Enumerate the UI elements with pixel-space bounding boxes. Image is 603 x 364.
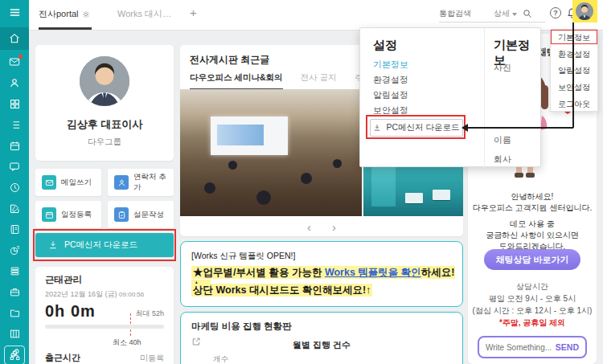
write-mail-label: 메일쓰기: [61, 178, 92, 188]
attendance-elapsed: 0h 0m: [45, 302, 96, 321]
add-schedule-button[interactable]: 일정등록: [35, 201, 101, 228]
avatar-menu-security[interactable]: 보안설정: [551, 80, 597, 96]
settings-popup: 설정 기본정보 환경설정 알림설정 보안설정 PC메신저 다운로드 기본정보 사…: [359, 27, 541, 167]
company-field-label: 회사: [494, 153, 511, 166]
settings-item-environment[interactable]: 환경설정: [373, 74, 408, 86]
consult-hours-lunch: (점심 시간 : 오후 12시 - 오후 1시): [468, 305, 597, 317]
contacts-icon[interactable]: [0, 72, 29, 93]
help-icon[interactable]: ?: [550, 7, 561, 18]
consult-hours-weekday: 평일 오전 9시 - 오후 5시: [468, 293, 597, 305]
works-notice-line3-text: 상단 Works 대시보드도 확인해보세요!↑: [191, 284, 372, 297]
tab-settings-gear-icon[interactable]: [82, 10, 90, 18]
download-icon: [48, 240, 58, 250]
avatar[interactable]: [576, 2, 593, 20]
marketing-title: 마케팅 비용 집행 현황판: [191, 321, 292, 333]
home-icon[interactable]: [0, 27, 29, 50]
board-photo-seminar-hall[interactable]: [180, 89, 362, 216]
sidebar: [0, 0, 29, 364]
calendar-icon: [42, 207, 56, 222]
attendance-min: 최소 40h: [113, 337, 142, 348]
board-title: 전사게시판 최근글: [190, 53, 269, 67]
consult-hours-note: *주말, 공휴일 제외: [468, 317, 597, 329]
pc-messenger-download-button[interactable]: PC메신저 다운로드: [35, 233, 174, 257]
photo-booth-banner: [371, 162, 396, 207]
add-contact-label: 연락처 추가: [133, 172, 174, 193]
docs-icon[interactable]: [0, 260, 29, 281]
contact-icon: [114, 175, 129, 190]
avatar-menu-environment[interactable]: 환경설정: [551, 47, 597, 63]
mail-icon: [42, 175, 56, 190]
marketing-dashboard-card: 마케팅 비용 집행 현황판 월별 집행 건수 개수: [180, 312, 463, 364]
works-template-link[interactable]: Works 템플릿을 확인: [325, 267, 421, 278]
avatar-dropdown-menu: 기본정보 환경설정 알림설정 보안설정 로그아웃: [550, 29, 598, 112]
photo-field-label: 사진: [494, 62, 511, 74]
calendar-icon[interactable]: [0, 135, 29, 156]
board-tab-notice[interactable]: 전사 공지: [301, 72, 337, 90]
search-detail-button[interactable]: 상세: [494, 8, 510, 19]
briefcase-icon[interactable]: [0, 281, 29, 302]
menu-icon[interactable]: [0, 2, 29, 22]
folder-icon[interactable]: [0, 302, 29, 323]
active-tab-underline: [39, 27, 92, 30]
user-name: 김상후 대표이사: [35, 117, 174, 132]
settings-divider: [484, 28, 485, 168]
chevron-down-icon: [512, 13, 517, 16]
pc-messenger-download-label: PC메신저 다운로드: [64, 239, 137, 251]
settings-pc-messenger-download-button[interactable]: PC메신저 다운로드: [370, 119, 463, 137]
chat-icon[interactable]: [0, 156, 29, 177]
avatar-menu-notification[interactable]: 알림설정: [551, 63, 597, 80]
attendance-card: 근태관리 2022년 12월 16일 (금) 09:00:56 0h 0m 최대…: [35, 267, 174, 364]
search-icon[interactable]: [523, 9, 532, 18]
profile-photo[interactable]: [80, 56, 129, 106]
portal-app: 전사portal Works 대시… + 상세 ? 김상후 대표이사 다우그: [0, 0, 603, 364]
avatar-menu-logout[interactable]: 로그아웃: [551, 96, 597, 112]
add-schedule-label: 일정등록: [61, 210, 92, 220]
chat-demo-line-2: 궁금하신 사항이 있으시면: [468, 230, 597, 241]
global-search: 상세: [439, 5, 545, 22]
add-contact-button[interactable]: 연락처 추가: [108, 169, 174, 196]
mail-icon[interactable]: [0, 51, 29, 72]
tab-portal[interactable]: 전사portal: [39, 8, 90, 20]
settings-item-notification[interactable]: 알림설정: [373, 89, 408, 101]
profile-card: 김상후 대표이사 다우그룹: [35, 45, 174, 161]
chat-greeting-2: 다우오피스 고객지원 센터입니다.: [468, 202, 597, 214]
compose-icon[interactable]: [0, 198, 29, 219]
apps-icon[interactable]: [0, 93, 29, 114]
write-mail-button[interactable]: 메일쓰기: [35, 169, 101, 196]
topbar: 전사portal Works 대시… + 상세 ?: [29, 0, 603, 31]
chat-message-input[interactable]: [486, 343, 556, 352]
works-notice-line2-prefix: ★업무별/부서별 활용 가능한: [193, 267, 325, 278]
write-survey-button[interactable]: 설문작성: [108, 201, 174, 228]
chat-greeting-1: 안녕하세요!: [468, 191, 597, 202]
photo-projector-screen: [211, 117, 288, 155]
help-glyph: ?: [550, 7, 561, 18]
board-icon[interactable]: [0, 219, 29, 239]
chat-send-button[interactable]: SEND: [556, 342, 579, 352]
works-notice-card: [Works 신규 템플릿 OPEN!] ★업무별/부서별 활용 가능한 Wor…: [180, 241, 463, 307]
attendance-title: 근태관리: [45, 274, 82, 286]
works-notice-line3: 상단 Works 대시보드도 확인해보세요!↑: [191, 284, 372, 297]
name-field-label: 이름: [494, 134, 511, 146]
search-input[interactable]: [439, 9, 489, 18]
clock-icon[interactable]: [0, 177, 29, 198]
chat-message-box: SEND: [478, 336, 587, 358]
settings-item-security[interactable]: 보안설정: [373, 104, 408, 117]
new-tab-button[interactable]: +: [190, 6, 197, 19]
report-icon[interactable]: [0, 239, 29, 260]
archive-icon[interactable]: [0, 323, 29, 344]
tab-works-label: Works 대시…: [117, 8, 171, 20]
board-tab-seminar[interactable]: 다우오피스 세미나&회의: [190, 72, 283, 90]
carousel-prev-button[interactable]: ‹: [307, 220, 311, 234]
consult-hours-title: 상담시간: [468, 281, 597, 292]
carousel-next-button[interactable]: ›: [332, 220, 336, 234]
orgchart-icon[interactable]: [4, 346, 25, 364]
download-icon: [373, 124, 381, 132]
settings-item-basic-info[interactable]: 기본정보: [373, 59, 408, 71]
avatar-menu-basic-info[interactable]: 기본정보: [551, 30, 597, 47]
marketing-chart-title: 월별 집행 건수: [181, 339, 462, 351]
user-company: 다우그룹: [35, 137, 174, 148]
tasks-list-icon[interactable]: [0, 114, 29, 135]
tab-works-dashboard[interactable]: Works 대시…: [117, 8, 171, 20]
attendance-time-text: 09:00:56: [119, 291, 144, 298]
chat-consult-button[interactable]: 채팅상담 바로가기: [484, 249, 580, 270]
